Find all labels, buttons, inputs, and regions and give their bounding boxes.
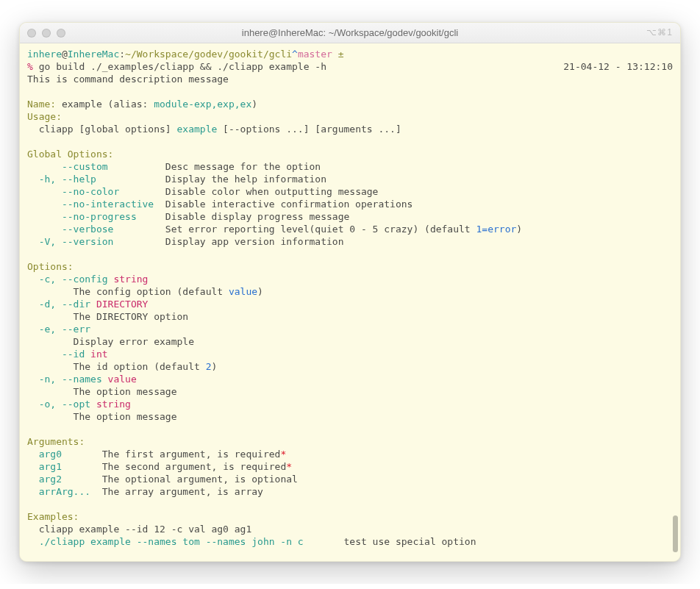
global-options-list: --custom Desc message for the option -h,… [27,160,673,248]
name-aliases: module-exp,exp,ex [154,99,251,110]
argument-row: arrArg... The array argument, is array [27,485,673,498]
minimize-icon[interactable] [42,29,51,38]
global-option-row: --verbose Set error reporting level(quie… [27,223,673,235]
global-option-row: --no-interactive Disable interactive con… [27,198,673,210]
option-type: string [90,399,131,410]
option-desc-row: The option message [27,410,673,423]
prompt-at: @ [62,49,68,60]
option-flag: --no-interactive [27,199,154,210]
option-desc-row: The config option (default value) [27,285,673,298]
name-close: ) [251,99,257,110]
prompt-caret: ^ [292,49,298,60]
argument-name: arg1 [27,461,62,472]
required-star-icon: * [280,449,286,460]
description-line: This is command description message [27,73,673,85]
terminal-body[interactable]: inhere@InhereMac:~/Workspace/godev/gooki… [20,43,680,561]
option-desc: Disable display progress message [165,211,349,222]
option-flag: --custom [27,161,108,172]
argument-desc: The optional argument, is optional [102,474,298,485]
example-line-1: cliapp example --id 12 -c val ag0 ag1 [27,523,673,535]
close-icon[interactable] [27,29,36,38]
option-type: DIRECTORY [90,299,148,310]
prompt-dirty: ± [332,49,344,60]
window-title: inhere@InhereMac: ~/Workspace/godev/gook… [20,26,680,39]
option-desc: The DIRECTORY option [27,311,188,322]
prompt-branch: master [298,49,332,60]
argument-row: arg1 The second argument, is required* [27,460,673,473]
global-options-label: Global Options: [27,148,673,160]
example-line-2-desc: test use special option [343,536,476,547]
prompt-user: inhere [27,49,62,60]
argument-desc: The first argument, is required [102,449,281,460]
option-long: --opt [62,399,90,410]
option-desc: The option message [27,411,177,422]
option-flag: -V, --version [27,236,113,247]
option-row: -e, --err [27,323,673,335]
usage-prefix: cliapp [global options] [27,124,177,135]
prompt-colon: : [119,49,125,60]
terminal-window: inhere@InhereMac: ~/Workspace/godev/gook… [19,22,681,562]
option-long: --dir [62,299,90,310]
option-desc: Display the help information [165,174,326,185]
usage-cmd: example [177,124,218,135]
option-default: 1=error [476,224,517,235]
option-desc-row: The DIRECTORY option [27,310,673,323]
option-row: -d, --dir DIRECTORY [27,298,673,310]
command-text: go build ./_examples/cliapp && ./cliapp … [33,61,326,72]
command-line: % go build ./_examples/cliapp && ./cliap… [27,60,673,73]
required-star-icon: * [286,461,292,472]
option-desc: Display app version information [165,236,344,247]
window-shortcut-hint: ⌥⌘1 [646,26,673,39]
option-short: -e, [27,324,62,335]
option-type: string [108,274,149,285]
option-flag: --verbose [27,224,113,235]
option-desc: The config option (default [27,286,229,297]
prompt-symbol: % [27,61,33,72]
option-desc: The id option (default [27,361,206,372]
argument-row: arg2 The optional argument, is optional [27,473,673,485]
option-desc: The option message [27,386,177,397]
global-option-row: -V, --version Display app version inform… [27,235,673,248]
options-list: -c, --config string The config option (d… [27,273,673,423]
options-label: Options: [27,260,673,273]
name-value: example (alias: [56,99,154,110]
prompt-line: inhere@InhereMac:~/Workspace/godev/gooki… [27,48,673,60]
option-row: -c, --config string [27,273,673,285]
global-option-row: --no-color Disable color when outputting… [27,185,673,198]
argument-row: arg0 The first argument, is required* [27,448,673,460]
option-short: -d, [27,299,62,310]
usage-label: Usage: [27,110,673,123]
argument-desc: The second argument, is required [102,461,286,472]
option-desc: Disable interactive confirmation operati… [165,199,413,210]
scrollbar-thumb[interactable] [673,515,678,552]
argument-name: arg2 [27,474,62,485]
usage-suffix: [--options ...] [arguments ...] [217,124,401,135]
global-option-row: -h, --help Display the help information [27,173,673,185]
zoom-icon[interactable] [57,29,65,38]
example-line-2-spacer [304,536,344,547]
option-desc-row: Display error example [27,335,673,348]
argument-desc: The array argument, is array [102,486,263,497]
option-long: --err [62,324,90,335]
arguments-label: Arguments: [27,435,673,448]
prompt-host: InhereMac [68,49,119,60]
option-desc-row: The option message [27,385,673,398]
option-row: --id int [27,348,673,360]
option-row: -n, --names value [27,373,673,385]
option-short: -c, [27,274,62,285]
option-default: value [229,286,257,297]
option-short: -n, [27,374,62,385]
option-row: -o, --opt string [27,398,673,410]
option-desc-row: The id option (default 2) [27,360,673,373]
option-desc: Display error example [27,336,194,347]
option-desc: Set error reporting level(quiet 0 - 5 cr… [165,224,476,235]
option-flag: -h, --help [27,174,96,185]
option-short [27,349,62,360]
option-long: --config [62,274,108,285]
titlebar[interactable]: inhere@InhereMac: ~/Workspace/godev/gook… [20,23,680,43]
option-flag: --no-color [27,186,119,197]
argument-name: arg0 [27,449,62,460]
option-type: value [102,374,137,385]
option-long: --names [62,374,102,385]
option-short: -o, [27,399,62,410]
